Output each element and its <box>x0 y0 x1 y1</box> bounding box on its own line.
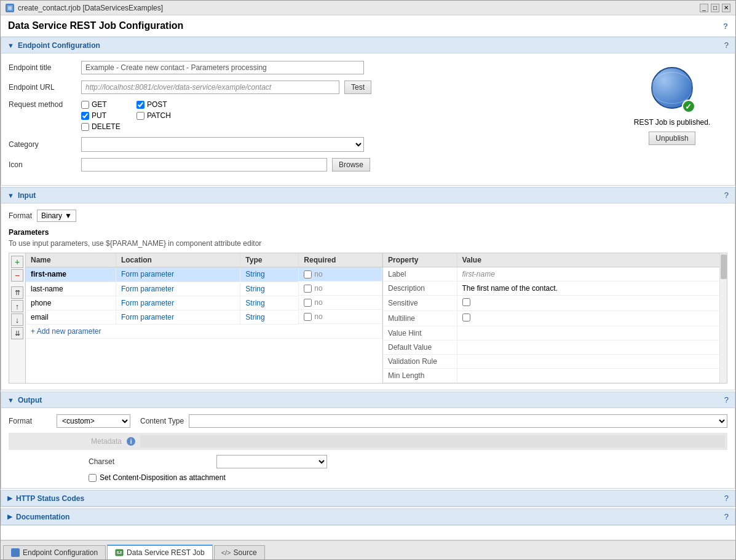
method-delete-text: DELETE <box>92 122 121 131</box>
endpoint-title-input[interactable] <box>81 61 364 74</box>
attachment-row: Set Content-Disposition as attachment <box>89 473 727 482</box>
param-type-0: String <box>240 267 299 282</box>
prop-col-value: Value <box>457 253 727 267</box>
endpoint-help-icon[interactable]: ? <box>724 41 729 50</box>
move-down-button[interactable]: ↓ <box>11 314 23 326</box>
param-row-0[interactable]: first-name Form parameter String no <box>26 267 382 282</box>
method-delete-label[interactable]: DELETE <box>81 122 130 131</box>
param-type-3: String <box>240 310 299 324</box>
method-delete-checkbox[interactable] <box>81 123 89 131</box>
endpoint-url-input[interactable] <box>81 81 339 94</box>
method-get-text: GET <box>92 100 107 109</box>
svg-rect-3 <box>117 551 119 553</box>
maximize-button[interactable]: □ <box>711 4 719 12</box>
close-button[interactable]: ✕ <box>722 4 730 12</box>
output-help-icon[interactable]: ? <box>724 395 729 404</box>
move-bottom-button[interactable]: ⇊ <box>11 327 23 339</box>
remove-param-button[interactable]: − <box>11 269 23 282</box>
method-get-label[interactable]: GET <box>81 100 130 109</box>
params-table: Name Location Type Required first-name F… <box>26 253 382 339</box>
param-required-check-1[interactable] <box>304 285 312 293</box>
param-location-0: Form parameter <box>116 267 240 282</box>
add-param-row[interactable]: + Add new parameter <box>26 324 382 338</box>
endpoint-url-label: Endpoint URL <box>9 83 76 92</box>
output-section-header[interactable]: ▼ Output ? <box>1 392 735 408</box>
source-tab-label: Source <box>234 548 257 557</box>
param-row-1[interactable]: last-name Form parameter String no <box>26 282 382 296</box>
tab-endpoint-config[interactable]: Endpoint Configuration <box>3 545 106 559</box>
unpublish-button[interactable]: Unpublish <box>649 132 695 145</box>
prop-sensitive-row: Sensitive <box>383 296 727 311</box>
param-required-check-2[interactable] <box>304 299 312 307</box>
prop-sensitive-check[interactable] <box>462 298 470 306</box>
output-format-select[interactable]: <custom> <box>57 414 130 428</box>
method-put-checkbox[interactable] <box>81 112 89 120</box>
prop-description-value: The first name of the contact. <box>457 282 727 296</box>
charset-select[interactable] <box>216 455 327 468</box>
window-title: create_contact.rjob [DataServicesExample… <box>18 4 696 12</box>
endpoint-config-tab-label: Endpoint Configuration <box>23 548 98 557</box>
http-status-section-header[interactable]: ▶ HTTP Status Codes ? <box>1 491 735 507</box>
tab-source[interactable]: </> Source <box>214 545 265 559</box>
prop-multiline-row: Multiline <box>383 311 727 326</box>
tab-data-service-rest-job[interactable]: Data Service REST Job <box>107 545 213 559</box>
param-required-check-3[interactable] <box>304 313 312 321</box>
main-content: ▼ Endpoint Configuration ? Endpoint titl… <box>1 37 735 540</box>
attachment-label[interactable]: Set Content-Disposition as attachment <box>89 473 727 482</box>
prop-label-value: first-name <box>457 267 727 282</box>
icon-input[interactable] <box>81 158 327 172</box>
title-bar: create_contact.rjob [DataServicesExample… <box>1 1 735 15</box>
test-button[interactable]: Test <box>344 81 371 94</box>
page-help-icon[interactable]: ? <box>723 22 728 31</box>
category-select[interactable] <box>81 137 364 152</box>
prop-validation-row: Validation Rule <box>383 355 727 369</box>
svg-rect-1 <box>8 6 12 10</box>
browse-button[interactable]: Browse <box>332 158 370 172</box>
http-status-help-icon[interactable]: ? <box>724 494 729 503</box>
window-icon <box>6 4 14 12</box>
param-required-check-0[interactable] <box>304 270 312 278</box>
documentation-help-icon[interactable]: ? <box>724 512 729 521</box>
attachment-checkbox[interactable] <box>89 474 97 482</box>
param-row-2[interactable]: phone Form parameter String no <box>26 296 382 310</box>
param-name-0: first-name <box>26 267 116 282</box>
method-post-label[interactable]: POST <box>137 100 198 109</box>
endpoint-section-header[interactable]: ▼ Endpoint Configuration ? <box>1 37 735 53</box>
param-required-0: no <box>299 267 382 282</box>
param-type-2: String <box>240 296 299 310</box>
prop-minlength-name: Min Length <box>383 369 457 383</box>
metadata-row: Metadata i <box>9 433 727 450</box>
add-param-link[interactable]: + Add new parameter <box>31 327 101 336</box>
metadata-info-icon: i <box>127 437 135 446</box>
prop-validation-name: Validation Rule <box>383 355 457 369</box>
props-scrollbar[interactable] <box>719 253 727 383</box>
prop-col-property: Property <box>383 253 457 267</box>
metadata-input <box>140 435 725 448</box>
prop-multiline-check[interactable] <box>462 314 470 321</box>
input-section-title: Input <box>18 191 36 200</box>
param-required-2: no <box>299 296 382 310</box>
endpoint-section-body: Endpoint title Endpoint URL Test Request… <box>1 53 735 185</box>
move-up-button[interactable]: ↑ <box>11 300 23 312</box>
output-section: ▼ Output ? Format <custom> Content Type <box>1 392 735 489</box>
method-get-checkbox[interactable] <box>81 101 89 109</box>
method-post-checkbox[interactable] <box>137 101 144 109</box>
param-name-1: last-name <box>26 282 116 296</box>
param-location-2: Form parameter <box>116 296 240 310</box>
method-put-label[interactable]: PUT <box>81 111 130 120</box>
minimize-button[interactable]: _ <box>700 4 708 12</box>
add-param-button[interactable]: + <box>11 256 23 268</box>
param-row-3[interactable]: email Form parameter String no <box>26 310 382 324</box>
method-patch-checkbox[interactable] <box>137 112 144 120</box>
method-patch-label[interactable]: PATCH <box>137 111 198 120</box>
bottom-spacer <box>1 526 735 538</box>
category-label: Category <box>9 140 76 149</box>
format-select[interactable]: Binary ▼ <box>37 210 76 222</box>
input-help-icon[interactable]: ? <box>724 191 729 200</box>
content-type-select[interactable] <box>189 414 727 428</box>
attachment-text: Set Content-Disposition as attachment <box>100 473 226 482</box>
documentation-section-header[interactable]: ▶ Documentation ? <box>1 509 735 525</box>
move-top-button[interactable]: ⇈ <box>11 286 23 299</box>
http-status-section: ▶ HTTP Status Codes ? <box>1 490 735 507</box>
input-section-header[interactable]: ▼ Input ? <box>1 187 735 203</box>
